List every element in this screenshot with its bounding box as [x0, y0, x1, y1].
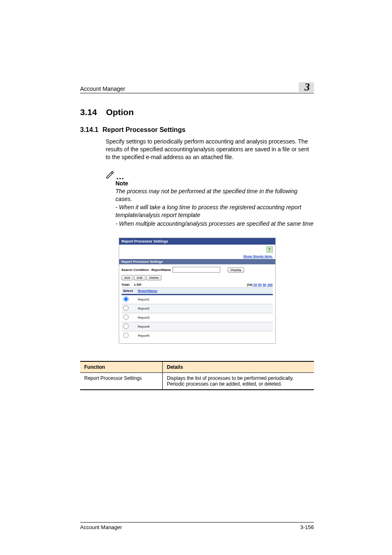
row-reportname: Report2: [136, 304, 273, 313]
pager-20[interactable]: 20: [254, 283, 257, 287]
page-footer: Account Manager 3-156: [80, 522, 314, 530]
func-table-header-details: Details: [163, 361, 314, 373]
search-condition-row: Search Condition: ReportName Display: [119, 264, 275, 275]
screenshot-subtitle-bar: Report Processor Settings: [119, 259, 275, 264]
row-radio[interactable]: [123, 333, 129, 338]
pager-30[interactable]: 30: [258, 283, 262, 287]
edit-button[interactable]: Edit: [134, 275, 145, 280]
column-header-reportname[interactable]: ReportName: [136, 288, 273, 295]
report-list-table: Select ReportName Report1 Report2 Report…: [122, 287, 273, 340]
column-header-select: Select: [122, 288, 136, 295]
note-pen-icon: [106, 170, 115, 179]
row-reportname: Report5: [136, 331, 273, 340]
func-table-header-function: Function: [80, 361, 163, 373]
note-ellipsis-icon: ...: [116, 173, 125, 179]
note-block: ... Note The process may not be performe…: [106, 170, 314, 228]
footer-right: 3-156: [300, 524, 314, 530]
row-reportname: Report4: [136, 322, 273, 331]
search-condition-label: Search Condition:: [122, 268, 150, 272]
section-title: Option: [106, 107, 134, 117]
display-button[interactable]: Display: [228, 267, 244, 273]
row-radio[interactable]: [123, 314, 129, 320]
search-field-label: ReportName: [151, 268, 171, 272]
chapter-number-tab: 3: [299, 82, 314, 92]
running-header: Account Manager 3: [80, 82, 314, 93]
section-heading: 3.14 Option: [80, 107, 314, 117]
delete-button[interactable]: Delete: [146, 275, 161, 280]
report-name-input[interactable]: [173, 267, 220, 273]
row-reportname: Report3: [136, 313, 273, 322]
total-value: 1-5/5: [134, 283, 141, 287]
table-row: Report2: [122, 304, 273, 313]
table-row: Report4: [122, 322, 273, 331]
table-row: Report3: [122, 313, 273, 322]
note-label: Note: [115, 180, 314, 187]
row-radio[interactable]: [123, 305, 129, 311]
pager-10: 10: [248, 283, 251, 287]
function-details-table: Function Details Report Processor Settin…: [80, 361, 314, 390]
report-processor-screenshot: Report Processor Settings ? Show Simple …: [119, 238, 276, 344]
footer-left: Account Manager: [80, 524, 122, 530]
section-number: 3.14: [80, 107, 97, 117]
screenshot-title-bar: Report Processor Settings: [119, 238, 275, 245]
func-table-cell-details: Displays the list of processes to be per…: [163, 373, 314, 390]
func-table-cell-function: Report Processor Settings: [80, 373, 163, 390]
subsection-heading: 3.14.1 Report Processor Settings: [80, 126, 314, 134]
help-icon[interactable]: ?: [266, 246, 273, 253]
show-simple-help-link[interactable]: Show Simple Help.: [243, 254, 273, 258]
subsection-number: 3.14.1: [80, 126, 98, 134]
pager-50[interactable]: 50: [263, 283, 266, 287]
page-size-pager: |10| 20 30 50 100: [247, 283, 272, 287]
add-button[interactable]: Add: [122, 275, 133, 280]
subsection-title: Report Processor Settings: [102, 126, 185, 134]
pager-100[interactable]: 100: [267, 283, 272, 287]
note-paragraph-1: The process may not be performed at the …: [115, 187, 314, 203]
note-paragraph-2: - When it will take a long time to proce…: [115, 204, 314, 219]
total-label: Total:: [122, 283, 130, 287]
row-reportname: Report1: [136, 295, 273, 304]
header-section-title: Account Manager: [80, 86, 125, 92]
table-row: Report5: [122, 331, 273, 340]
body-paragraph: Specify settings to periodically perform…: [106, 138, 314, 161]
row-radio[interactable]: [123, 296, 129, 302]
row-radio[interactable]: [123, 324, 129, 329]
table-row: Report1: [122, 295, 273, 304]
note-paragraph-3: - When multiple accounting/analysis proc…: [115, 220, 314, 228]
